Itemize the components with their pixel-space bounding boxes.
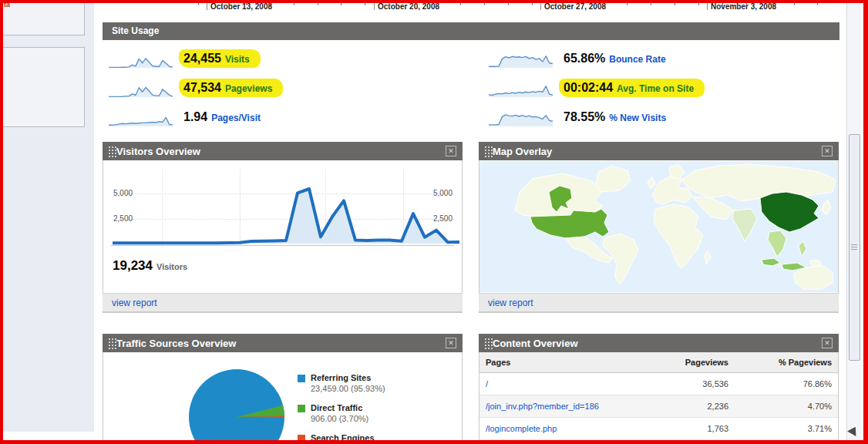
pages-visit-sparkline xyxy=(108,107,173,128)
tick-mark xyxy=(389,3,389,5)
tick-mark xyxy=(484,3,485,5)
traffic-pie-chart xyxy=(187,367,287,444)
stat-pageviews: 47,534Pageviews xyxy=(108,76,283,100)
scrollbar-down-button[interactable] xyxy=(847,427,860,439)
page-link[interactable]: /join_inv.php?member_id=186 xyxy=(479,395,631,418)
timeline-date: October 20, 2008 xyxy=(374,2,439,11)
world-map xyxy=(479,161,838,292)
view-report-link[interactable]: view report xyxy=(488,298,533,308)
legend-swatch-referring xyxy=(298,375,305,382)
tick-mark xyxy=(707,3,708,10)
tick-mark xyxy=(651,3,651,5)
close-icon[interactable]: ✕ xyxy=(446,338,456,348)
tick-mark xyxy=(436,3,437,5)
tick-mark xyxy=(746,3,747,5)
panel-footer: view report xyxy=(479,293,839,312)
legend-item: Direct Traffic 906.00 (3.70%) xyxy=(298,403,385,423)
visitors-total: 19,234Visitors xyxy=(113,258,187,274)
timeline-axis: October 13, 2008 October 20, 2008 Octobe… xyxy=(94,0,848,17)
sidebar-red-note: ta xyxy=(4,1,10,8)
legend-item: Search Engines xyxy=(298,433,385,442)
table-row: / 36,536 76.86% xyxy=(479,373,838,395)
avg-time-link[interactable]: Avg. Time on Site xyxy=(617,83,694,94)
panel-title: Map Overlay xyxy=(493,146,822,157)
stat-visits: 24,455Visits xyxy=(108,46,261,71)
panel-header[interactable]: Visitors Overview ✕ xyxy=(103,142,463,160)
stat-new-visits: 78.55%% New Visits xyxy=(488,105,671,130)
scrollbar-thumb[interactable] xyxy=(849,134,860,361)
panel-title: Visitors Overview xyxy=(116,146,446,157)
analytics-dashboard: ta October 13, 2008 October 20, 2008 Oct… xyxy=(0,0,868,444)
tick-mark xyxy=(675,3,675,5)
panel-header[interactable]: Content Overview ✕ xyxy=(479,334,839,352)
pages-visit-link[interactable]: Pages/Visit xyxy=(211,113,261,123)
stat-pages-visit: 1.94Pages/Visit xyxy=(108,105,265,130)
panel-header[interactable]: Map Overlay ✕ xyxy=(479,142,839,160)
site-usage-header: Site Usage xyxy=(103,22,839,40)
close-icon[interactable]: ✕ xyxy=(446,146,456,156)
drag-handle-icon[interactable] xyxy=(109,338,110,340)
bounce-rate-link[interactable]: Bounce Rate xyxy=(609,54,665,65)
table-row: /logincomplete.php 1,763 3.71% xyxy=(479,418,838,440)
tick-mark xyxy=(246,3,247,5)
tick-mark xyxy=(722,3,723,5)
tick-mark xyxy=(294,3,294,5)
timeline-date: October 13, 2008 xyxy=(207,2,272,11)
tick-mark xyxy=(412,3,413,5)
tick-mark xyxy=(540,3,541,10)
drag-handle-icon[interactable] xyxy=(485,146,486,148)
visitors-overview-panel: Visitors Overview ✕ 5,000 5,000 2,500 2,… xyxy=(103,142,463,313)
panel-title: Content Overview xyxy=(493,338,822,349)
content-table: Pages Pageviews % Pageviews / 36,536 76.… xyxy=(479,352,838,440)
tick-mark xyxy=(817,3,818,5)
page-link[interactable]: /logincomplete.php xyxy=(479,418,631,440)
panel-title: Traffic Sources Overview xyxy=(116,338,446,349)
drag-handle-icon[interactable] xyxy=(109,146,110,148)
new-visits-sparkline xyxy=(488,107,553,128)
legend-swatch-search xyxy=(298,435,305,442)
tick-mark xyxy=(508,3,509,5)
page-link[interactable]: / xyxy=(479,373,631,395)
traffic-sources-panel: Traffic Sources Overview ✕ Referring Sit… xyxy=(103,334,463,444)
panel-header[interactable]: Traffic Sources Overview ✕ xyxy=(103,334,463,352)
sidebar-box xyxy=(0,0,85,35)
highlighted-stat: 47,534Pageviews xyxy=(179,79,283,97)
content-overview-panel: Content Overview ✕ Pages Pageviews % Pag… xyxy=(479,334,839,444)
tick-mark xyxy=(770,3,771,5)
drag-handle-icon[interactable] xyxy=(485,338,486,340)
tick-mark xyxy=(627,3,627,5)
tick-mark xyxy=(698,3,699,5)
tick-mark xyxy=(374,3,375,10)
tick-mark xyxy=(579,3,580,5)
tick-mark xyxy=(556,3,557,5)
close-icon[interactable]: ✕ xyxy=(822,146,833,156)
stat-avg-time: 00:02:44Avg. Time on Site xyxy=(488,76,705,100)
scrollbar[interactable] xyxy=(846,3,861,440)
new-visits-link[interactable]: % New Visits xyxy=(609,113,666,123)
legend-item: Referring Sites 23,459.00 (95.93%) xyxy=(298,373,385,393)
close-icon[interactable]: ✕ xyxy=(822,338,833,348)
stat-bounce-rate: 65.86%Bounce Rate xyxy=(488,46,671,71)
panel-footer: view report xyxy=(103,293,463,312)
avg-time-sparkline xyxy=(488,78,553,99)
highlighted-stat: 00:02:44Avg. Time on Site xyxy=(559,79,705,97)
scrollbar-grip-icon xyxy=(851,244,857,251)
pageviews-sparkline xyxy=(108,78,173,99)
left-sidebar xyxy=(0,0,94,432)
tick-mark xyxy=(460,3,461,5)
legend-swatch-direct xyxy=(298,405,305,412)
bounce-rate-sparkline xyxy=(488,49,553,69)
pageviews-link[interactable]: Pageviews xyxy=(225,83,272,94)
tick-mark xyxy=(794,3,795,5)
tick-mark xyxy=(318,3,318,5)
visitors-line-chart xyxy=(113,166,459,245)
tick-mark xyxy=(222,3,223,5)
table-row: /join_inv.php?member_id=186 2,236 4.70% xyxy=(479,395,838,418)
tick-mark xyxy=(341,3,341,5)
site-usage-title: Site Usage xyxy=(112,25,159,36)
visits-sparkline xyxy=(108,49,173,69)
visits-link[interactable]: Visits xyxy=(225,54,250,65)
timeline-date: October 27, 2008 xyxy=(540,2,606,11)
view-report-link[interactable]: view report xyxy=(112,298,157,308)
tick-mark xyxy=(365,3,365,5)
